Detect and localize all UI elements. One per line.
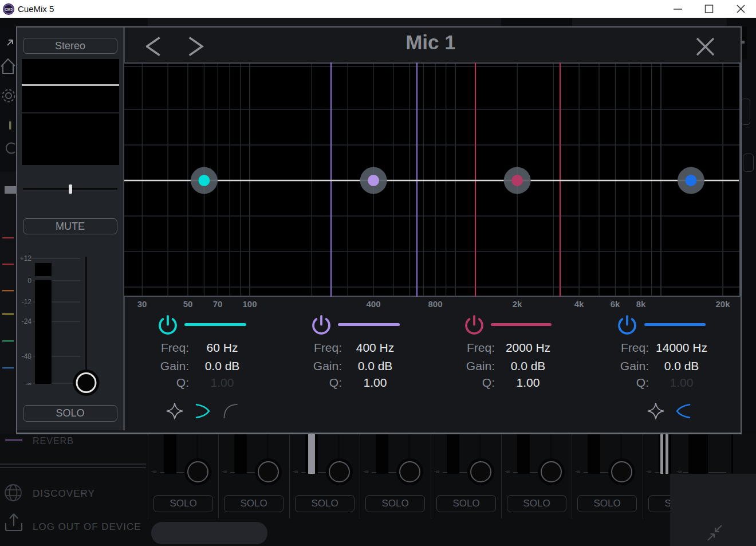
svg-text:CM5: CM5 bbox=[5, 7, 13, 11]
svg-text:0: 0 bbox=[27, 277, 32, 285]
svg-text:-48: -48 bbox=[22, 352, 32, 360]
svg-text:+12: +12 bbox=[20, 254, 32, 262]
svg-text:-24: -24 bbox=[22, 317, 32, 325]
svg-text:-∞: -∞ bbox=[26, 380, 32, 387]
svg-text:-12: -12 bbox=[22, 298, 32, 306]
